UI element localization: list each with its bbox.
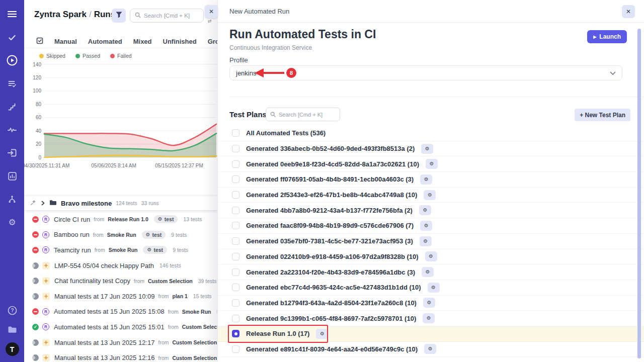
milestone-row[interactable]: Bravo milestone 124 tests 33 runs <box>24 196 217 210</box>
plan-checkbox[interactable] <box>232 299 239 307</box>
run-tests-count: 39 tests <box>198 278 217 284</box>
tab-unfinished[interactable]: Unfinished <box>163 38 197 45</box>
plan-settings-button[interactable]: ⚙ <box>423 313 435 323</box>
menu-icon[interactable] <box>6 8 18 20</box>
run-list-item[interactable]: Manual tests at 13 Jun 2025 12:16fromCus… <box>24 350 217 362</box>
plan-settings-button[interactable]: ⚙ <box>420 174 432 185</box>
app-logo[interactable]: T <box>6 342 19 356</box>
plan-settings-button[interactable]: ⚙ <box>421 144 433 154</box>
pulse-icon[interactable] <box>6 124 18 136</box>
resize-handle-icon[interactable]: ⇄ <box>208 19 212 24</box>
run-list-item[interactable]: RCircle CI runfromRelease Run 1.0⚙test13… <box>24 212 217 227</box>
test-plans-icon[interactable] <box>6 77 18 89</box>
plan-checkbox[interactable] <box>232 191 239 199</box>
run-from-label: from <box>134 278 144 284</box>
run-list-item[interactable]: Manual tests at 13 Jun 2025 12:17fromCus… <box>24 335 217 350</box>
breadcrumb-project[interactable]: Zyntra Spark <box>34 10 87 19</box>
plans-search-input[interactable] <box>279 112 335 118</box>
plan-label: Generated e891c41f-8039-4e64-aa24-e0d56e… <box>246 345 418 353</box>
plan-settings-button[interactable]: ⚙ <box>316 329 328 339</box>
steps-icon[interactable] <box>6 101 18 113</box>
plan-settings-button[interactable]: ⚙ <box>425 251 437 261</box>
import-icon[interactable] <box>6 147 18 159</box>
new-test-plan-button[interactable]: + New Test Plan <box>575 109 630 121</box>
run-list-item[interactable]: ✓RAutomated tests at 15 Jun 2025 15:01fr… <box>24 319 217 335</box>
launch-button[interactable]: ▶ Launch <box>587 30 627 43</box>
run-list-item[interactable]: RAutomated tests at 15 Jun 2025 15:08fro… <box>24 304 217 320</box>
test-plan-row[interactable]: Generated faac8f09-94b8-4b19-89d9-c576cd… <box>218 218 644 234</box>
gear-icon: ⚙ <box>147 247 151 252</box>
svg-text:05/15/2025 12:37 PM: 05/15/2025 12:37 PM <box>155 163 203 168</box>
plan-checkbox[interactable] <box>232 207 239 214</box>
plan-checkbox[interactable] <box>232 145 239 152</box>
branches-icon[interactable] <box>6 193 18 205</box>
runs-search-box[interactable] <box>130 9 204 23</box>
filter-button[interactable] <box>112 9 126 23</box>
drawer-scrollbar[interactable] <box>637 29 641 358</box>
plan-settings-button[interactable]: ⚙ <box>424 190 436 200</box>
plan-checkbox[interactable] <box>232 160 239 168</box>
select-all-checkbox-icon[interactable] <box>36 37 43 46</box>
plan-settings-button[interactable]: ⚙ <box>426 159 438 169</box>
test-plan-row[interactable]: Generated 4bb7a8b0-9212-43a4-b137-f772fe… <box>218 203 644 218</box>
test-plan-row[interactable]: Release Run 1.0 (17)⚙ <box>218 326 644 342</box>
plan-label: Generated 022410b9-e918-4459-a106-97d2a9… <box>246 253 419 260</box>
plan-settings-button[interactable]: ⚙ <box>428 283 440 293</box>
svg-text:100: 100 <box>33 88 41 94</box>
analytics-icon[interactable] <box>6 170 18 182</box>
plan-checkbox[interactable] <box>232 315 239 322</box>
gear-icon: ⚙ <box>425 146 430 151</box>
plan-checkbox[interactable] <box>232 268 239 276</box>
drawer-close-button[interactable]: ✕ <box>622 5 635 18</box>
run-list-item[interactable]: RTeamcity runfromSmoke Run⚙test9 tests <box>24 242 217 258</box>
test-plan-row[interactable]: Generated ebc77c4d-9635-424c-ac5e-427483… <box>218 280 644 296</box>
plans-search-box[interactable] <box>266 108 340 121</box>
test-plan-row[interactable]: Generated 022410b9-e918-4459-a106-97d2a9… <box>218 249 644 265</box>
plan-settings-button[interactable]: ⚙ <box>420 236 432 246</box>
run-name: Automated tests at 15 Jun 2025 15:08 <box>54 308 165 315</box>
tab-automated[interactable]: Automated <box>88 38 122 45</box>
tab-mixed[interactable]: Mixed <box>133 38 152 45</box>
run-test-badge: ⚙test <box>143 246 167 254</box>
run-list-item[interactable]: Chat functinality test CopyfromCustom Se… <box>24 273 217 289</box>
failed-dot <box>110 54 115 58</box>
plan-settings-button[interactable]: ⚙ <box>423 298 435 308</box>
panel-close-button[interactable]: ✕ <box>205 5 218 18</box>
run-list-item[interactable]: RBamboo runfromSmoke Run⚙test9 tests <box>24 227 217 243</box>
plan-settings-button[interactable]: ⚙ <box>424 344 436 354</box>
gear-icon: ⚙ <box>158 217 163 222</box>
test-plan-row[interactable]: Generated 035e7bf0-7381-4c5c-be77-321e73… <box>218 234 644 249</box>
run-list-item[interactable]: Manual tests at 17 Jun 2025 10:09frompla… <box>24 289 217 304</box>
test-plan-row[interactable]: Generated b12794f3-643a-4a2d-8504-23f1e7… <box>218 296 644 311</box>
plan-checkbox[interactable] <box>232 129 239 137</box>
test-plan-row[interactable]: Generated 2f5343e3-ef26-47b1-be8b-44cabc… <box>218 188 644 203</box>
plan-checkbox[interactable] <box>232 237 239 245</box>
plan-settings-button[interactable]: ⚙ <box>419 205 431 215</box>
run-name: Chat functinality test Copy <box>54 277 130 285</box>
plan-settings-button[interactable]: ⚙ <box>420 221 432 231</box>
runs-search-input[interactable] <box>144 13 199 19</box>
checks-icon[interactable] <box>6 31 18 43</box>
plan-checkbox[interactable] <box>232 175 239 183</box>
help-icon[interactable]: ? <box>6 304 18 316</box>
test-plan-row[interactable]: Generated ff076591-05ab-4b4b-8491-1ecb00… <box>218 172 644 188</box>
chevron-right-icon[interactable] <box>40 199 45 208</box>
test-plan-row[interactable]: Generated 336abecb-0b52-4d60-9ded-493f3f… <box>218 141 644 157</box>
test-plan-row[interactable]: Generated 2a223104-f20e-4b43-83d9-e78459… <box>218 264 644 280</box>
plan-checkbox[interactable] <box>232 222 239 229</box>
runs-icon[interactable] <box>6 54 18 66</box>
plan-checkbox[interactable] <box>232 284 239 291</box>
test-plan-row[interactable]: All Automated Tests (536) <box>218 126 644 141</box>
test-plan-row[interactable]: Generated 9c1399b1-c065-4f84-8697-7af2c5… <box>218 311 644 326</box>
plan-checkbox[interactable] <box>232 345 239 353</box>
docs-folder-icon[interactable] <box>6 323 18 335</box>
plan-checkbox[interactable] <box>232 330 239 337</box>
run-list-item[interactable]: LMP-554 05/04 check Happy Path146 tests <box>24 258 217 274</box>
test-plan-row[interactable]: Generated 0eeb9e18-f23d-4cd5-82dd-8a1a73… <box>218 156 644 172</box>
profile-select[interactable]: jenkins <box>229 65 622 80</box>
plan-checkbox[interactable] <box>232 253 239 260</box>
settings-gear-icon[interactable]: ⚙ <box>6 216 18 228</box>
test-plan-row[interactable]: Generated e891c41f-8039-4e64-aa24-e0d56e… <box>218 342 644 357</box>
tab-manual[interactable]: Manual <box>54 38 77 45</box>
plan-settings-button[interactable]: ⚙ <box>422 267 434 277</box>
